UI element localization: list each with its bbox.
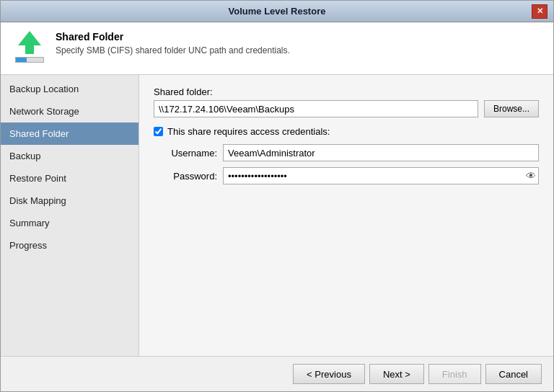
sidebar-item-restore-point[interactable]: Restore Point — [1, 167, 138, 190]
header-text: Shared Folder Specify SMB (CIFS) shared … — [56, 31, 290, 55]
browse-button[interactable]: Browse... — [484, 100, 539, 117]
credentials-checkbox-label: This share requires access credentials: — [167, 126, 330, 137]
main-content: Backup Location Network Storage Shared F… — [1, 75, 553, 356]
content-area: Shared folder: Browse... This share requ… — [139, 75, 553, 356]
show-password-icon[interactable]: 👁 — [526, 170, 536, 182]
sidebar: Backup Location Network Storage Shared F… — [1, 75, 139, 356]
shared-folder-group: Shared folder: Browse... — [154, 86, 539, 117]
sidebar-item-backup-location[interactable]: Backup Location — [1, 78, 138, 100]
username-label: Username: — [165, 148, 223, 159]
header-section: Shared Folder Specify SMB (CIFS) shared … — [1, 22, 553, 75]
credentials-checkbox[interactable] — [154, 127, 163, 136]
close-button[interactable]: ✕ — [532, 4, 548, 19]
password-row: Password: 👁 — [165, 167, 539, 184]
window-title: Volume Level Restore — [22, 6, 532, 17]
credentials-section: Username: Password: 👁 — [165, 144, 539, 184]
cancel-button[interactable]: Cancel — [485, 364, 542, 384]
header-icon — [12, 31, 47, 66]
upload-arrow-icon — [18, 31, 41, 45]
finish-button[interactable]: Finish — [428, 364, 481, 384]
credentials-checkbox-row: This share requires access credentials: — [154, 126, 539, 137]
arrow-stem — [25, 45, 34, 54]
title-bar: Volume Level Restore ✕ — [1, 1, 553, 22]
sidebar-item-network-storage[interactable]: Network Storage — [1, 100, 138, 122]
password-label: Password: — [165, 171, 223, 182]
sidebar-item-progress[interactable]: Progress — [1, 234, 138, 257]
header-description: Specify SMB (CIFS) shared folder UNC pat… — [56, 45, 290, 55]
progress-fill — [16, 58, 27, 62]
sidebar-item-disk-mapping[interactable]: Disk Mapping — [1, 190, 138, 212]
footer: < Previous Next > Finish Cancel — [1, 356, 553, 391]
sidebar-item-backup[interactable]: Backup — [1, 145, 138, 167]
shared-folder-label: Shared folder: — [154, 86, 539, 97]
password-input[interactable] — [223, 167, 539, 184]
sidebar-item-shared-folder[interactable]: Shared Folder — [1, 122, 138, 145]
main-window: Volume Level Restore ✕ Shared Folder Spe… — [0, 0, 554, 392]
header-title: Shared Folder — [56, 31, 290, 43]
password-wrapper: 👁 — [223, 167, 539, 184]
shared-folder-input[interactable] — [154, 100, 478, 117]
shared-folder-input-row: Browse... — [154, 100, 539, 117]
previous-button[interactable]: < Previous — [293, 364, 365, 384]
sidebar-item-summary[interactable]: Summary — [1, 212, 138, 234]
username-input[interactable] — [223, 144, 539, 161]
username-row: Username: — [165, 144, 539, 161]
next-button[interactable]: Next > — [369, 364, 424, 384]
progress-indicator — [15, 57, 44, 63]
